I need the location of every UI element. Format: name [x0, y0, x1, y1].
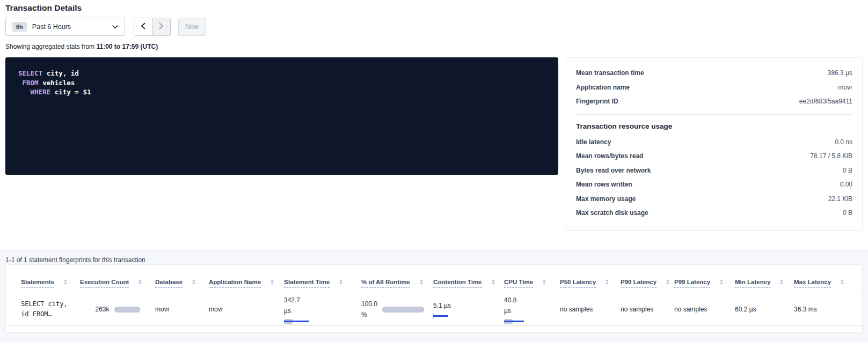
summary-value: ee2df683f5aa9411	[799, 98, 852, 105]
column-header-statement-time[interactable]: Statement Time	[284, 279, 361, 293]
p90-latency-cell: no samples	[621, 293, 674, 325]
summary-value: 0 B	[843, 209, 852, 217]
cpu-time-bar	[504, 319, 524, 324]
resource-usage-heading: Transaction resource usage	[576, 122, 852, 130]
sort-icon	[271, 279, 274, 285]
summary-row: Max memory usage 22.1 KiB	[576, 192, 852, 206]
sort-icon	[666, 279, 669, 285]
chevron-right-icon	[159, 23, 164, 31]
time-controls: 6h Past 6 Hours Now	[5, 18, 206, 36]
database-cell: movr	[155, 293, 209, 325]
summary-row: Idle latency 0.0 ns	[576, 135, 852, 150]
column-header-p90-latency[interactable]: P90 Latency	[621, 279, 674, 293]
sql-statement: SELECT city, id FROM vehicles WHERE city…	[5, 57, 558, 175]
summary-row: Max scratch disk usage 0 B	[576, 206, 852, 220]
aggregation-note-prefix: Showing aggregated stats from	[5, 43, 94, 50]
time-range-badge: 6h	[12, 22, 27, 32]
statements-section: 1-1 of 1 statement fingerprints for this…	[0, 250, 868, 342]
summary-value: 0.00	[840, 181, 852, 188]
summary-value: 22.1 KiB	[828, 195, 852, 203]
column-header-cpu-time[interactable]: CPU Time	[504, 279, 560, 293]
summary-label: Mean transaction time	[576, 69, 644, 77]
statement-row: SELECT city, id FROM… 263k movr movr 342…	[6, 293, 862, 326]
summary-value: 386.3 µs	[828, 69, 852, 77]
summary-value: 0.0 ns	[835, 138, 852, 146]
column-header-pct-runtime[interactable]: % of All Runtime	[361, 279, 433, 293]
column-header-statements[interactable]: Statements	[21, 279, 80, 293]
sort-icon	[720, 279, 723, 285]
summary-label: Idle latency	[576, 138, 611, 146]
summary-value: 0 B	[843, 167, 852, 174]
p50-latency-cell: no samples	[560, 293, 621, 325]
execution-count-cell: 263k	[80, 293, 155, 325]
sql-line: SELECT city, id	[18, 69, 545, 78]
sort-icon	[420, 279, 423, 285]
summary-label: Max scratch disk usage	[576, 209, 648, 217]
aggregation-note: Showing aggregated stats from 11:00 to 1…	[5, 43, 158, 50]
column-header-database[interactable]: Database	[155, 279, 209, 293]
summary-row: Bytes read over network 0 B	[576, 163, 852, 178]
sort-icon	[339, 279, 342, 285]
statement-link[interactable]: SELECT city, id FROM…	[21, 293, 80, 325]
aggregation-note-range: 11:00 to 17:59 (UTC)	[96, 43, 158, 50]
chevron-left-icon	[141, 23, 145, 31]
summary-label: Mean rows/bytes read	[576, 152, 643, 160]
pct-runtime-bar	[382, 307, 424, 313]
p99-latency-cell: no samples	[674, 293, 735, 325]
now-button[interactable]: Now	[178, 18, 206, 36]
column-header-max-latency[interactable]: Max Latency	[794, 279, 862, 293]
application-name-cell: movr	[209, 293, 284, 325]
statement-time-cell: 342.7 µs	[284, 293, 361, 325]
contention-time-bar	[433, 314, 448, 319]
sql-line: WHERE city = $1	[18, 87, 545, 97]
time-range-dropdown[interactable]: 6h Past 6 Hours	[5, 18, 125, 36]
column-header-contention-time[interactable]: Contention Time	[433, 279, 504, 293]
summary-label: Application name	[576, 84, 630, 91]
interval-arrows	[134, 18, 171, 36]
column-header-min-latency[interactable]: Min Latency	[735, 279, 794, 293]
summary-label: Max memory usage	[576, 195, 636, 203]
previous-interval-button[interactable]	[134, 18, 152, 35]
sort-icon	[192, 279, 195, 285]
column-header-execution-count[interactable]: Execution Count	[80, 279, 155, 293]
summary-row: Mean transaction time 386.3 µs	[576, 66, 852, 80]
sort-icon	[138, 279, 142, 285]
max-latency-cell: 36.3 ms	[794, 293, 862, 325]
contention-time-cell: 5.1 µs	[433, 293, 504, 325]
sort-icon	[606, 279, 609, 285]
chevron-down-icon	[112, 25, 118, 29]
summary-row: Mean rows written 0.00	[576, 177, 852, 192]
column-header-application-name[interactable]: Application Name	[209, 279, 284, 293]
summary-row: Application name movr	[576, 80, 852, 95]
summary-row: Fingerprint ID ee2df683f5aa9411	[576, 94, 852, 109]
sql-line: FROM vehicles	[18, 78, 545, 88]
statements-table-header: Statements Execution Count Database Appl…	[6, 265, 862, 293]
summary-label: Bytes read over network	[576, 167, 651, 174]
pct-runtime-cell: 100.0 %	[361, 293, 433, 325]
sort-icon	[64, 279, 67, 285]
sort-icon	[492, 279, 495, 285]
cpu-time-cell: 40.8 µs	[504, 293, 560, 325]
statements-table: Statements Execution Count Database Appl…	[5, 264, 863, 333]
column-header-p99-latency[interactable]: P99 Latency	[674, 279, 735, 293]
next-interval-button[interactable]	[152, 18, 170, 35]
summary-label: Fingerprint ID	[576, 98, 618, 105]
statement-time-bar	[284, 319, 310, 324]
column-header-p50-latency[interactable]: P50 Latency	[560, 279, 621, 293]
sort-icon	[841, 279, 844, 285]
summary-value: 78.17 / 5.8 KiB	[810, 152, 852, 160]
min-latency-cell: 60.2 µs	[735, 293, 794, 325]
statements-count-caption: 1-1 of 1 statement fingerprints for this…	[5, 256, 145, 264]
summary-label: Mean rows written	[576, 181, 632, 188]
sort-icon	[780, 279, 783, 285]
transaction-summary-card: Mean transaction time 386.3 µs Applicati…	[566, 57, 863, 231]
page-title: Transaction Details	[5, 3, 82, 13]
time-range-label: Past 6 Hours	[32, 23, 112, 31]
transaction-details-page: Transaction Details 6h Past 6 Hours Now	[0, 0, 868, 342]
execution-count-bar	[114, 307, 140, 313]
sort-icon	[543, 279, 546, 285]
divider	[576, 114, 852, 115]
summary-value: movr	[838, 84, 852, 91]
summary-row: Mean rows/bytes read 78.17 / 5.8 KiB	[576, 149, 852, 163]
